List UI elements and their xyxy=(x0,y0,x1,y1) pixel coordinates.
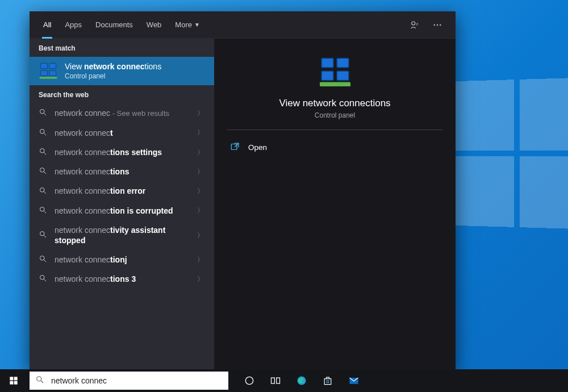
chevron-right-icon: 〉 xyxy=(197,231,206,240)
web-result-label: network connections xyxy=(55,166,190,177)
section-web-header: Search the web xyxy=(30,85,214,103)
search-icon xyxy=(39,108,48,118)
web-result-label: network connection is corrupted xyxy=(55,206,190,216)
web-result[interactable]: network connec - See web results〉 xyxy=(30,103,214,123)
best-match-result[interactable]: View network connections Control panel xyxy=(30,57,214,85)
svg-rect-6 xyxy=(40,70,47,76)
search-icon xyxy=(39,274,48,284)
search-filter-tabs: All Apps Documents Web More ▼ xyxy=(30,11,456,39)
svg-line-20 xyxy=(44,211,46,213)
taskbar-store[interactable] xyxy=(315,369,341,392)
web-result-label: network connection error xyxy=(55,186,190,196)
feedback-icon[interactable] xyxy=(403,11,426,39)
svg-rect-41 xyxy=(277,378,280,383)
svg-point-13 xyxy=(40,149,45,153)
web-result[interactable]: network connections 3〉 xyxy=(30,269,214,289)
svg-rect-40 xyxy=(272,378,275,383)
search-icon xyxy=(39,230,48,240)
svg-line-22 xyxy=(44,235,46,237)
svg-point-0 xyxy=(412,22,415,25)
chevron-right-icon: 〉 xyxy=(197,206,206,215)
search-icon xyxy=(39,255,48,265)
web-result[interactable]: network connection error〉 xyxy=(30,181,214,201)
start-button[interactable] xyxy=(0,369,27,392)
svg-line-24 xyxy=(44,260,46,262)
web-result[interactable]: network connections settings〉 xyxy=(30,143,214,162)
svg-line-16 xyxy=(44,172,46,174)
preview-network-connections-icon xyxy=(318,56,352,90)
action-open-label: Open xyxy=(248,143,267,152)
svg-point-17 xyxy=(40,187,45,192)
svg-rect-35 xyxy=(10,381,13,385)
section-best-match-header: Best match xyxy=(30,39,214,57)
tab-all[interactable]: All xyxy=(36,11,58,39)
svg-point-25 xyxy=(40,276,45,280)
chevron-right-icon: 〉 xyxy=(197,186,206,196)
taskbar xyxy=(0,369,568,392)
taskbar-task-view[interactable] xyxy=(262,369,289,392)
svg-point-1 xyxy=(434,24,435,25)
best-match-title-suffix: tions xyxy=(145,62,162,71)
search-icon xyxy=(39,166,48,177)
tab-more-label: More xyxy=(175,20,192,29)
web-result[interactable]: network connection is corrupted〉 xyxy=(30,201,214,220)
svg-rect-33 xyxy=(10,377,13,380)
chevron-right-icon: 〉 xyxy=(197,167,206,177)
web-result-label: network connections settings xyxy=(55,147,190,157)
preview-subtitle: Control panel xyxy=(315,111,355,119)
chevron-right-icon: 〉 xyxy=(197,128,206,137)
svg-rect-28 xyxy=(337,59,349,68)
tab-documents[interactable]: Documents xyxy=(89,11,140,39)
svg-line-38 xyxy=(41,381,43,383)
svg-rect-46 xyxy=(328,382,329,383)
web-result[interactable]: network connect〉 xyxy=(30,123,214,143)
web-result[interactable]: network connectionj〉 xyxy=(30,250,214,269)
svg-rect-32 xyxy=(231,144,237,150)
search-icon xyxy=(39,128,48,138)
best-match-title-prefix: View xyxy=(65,62,84,71)
action-open[interactable]: Open xyxy=(227,136,443,159)
start-search-popup: All Apps Documents Web More ▼ Best match xyxy=(30,11,456,369)
taskbar-edge[interactable] xyxy=(289,369,315,392)
chevron-down-icon: ▼ xyxy=(194,22,200,28)
taskbar-cortana[interactable] xyxy=(236,369,262,392)
svg-point-2 xyxy=(437,24,438,25)
web-result[interactable]: network connections〉 xyxy=(30,162,214,181)
search-icon xyxy=(39,147,48,157)
preview-title: View network connections xyxy=(279,98,390,109)
result-preview-panel: View network connections Control panel O… xyxy=(214,39,456,369)
svg-line-18 xyxy=(44,191,46,194)
svg-rect-8 xyxy=(40,77,57,78)
svg-line-12 xyxy=(44,133,46,135)
svg-point-9 xyxy=(40,110,45,114)
svg-point-21 xyxy=(40,232,45,236)
more-options-icon[interactable] xyxy=(426,11,449,39)
svg-rect-5 xyxy=(49,63,56,68)
search-icon xyxy=(35,375,45,386)
best-match-subtitle: Control panel xyxy=(65,72,161,80)
svg-point-39 xyxy=(245,377,253,384)
svg-rect-44 xyxy=(328,380,329,381)
svg-point-11 xyxy=(40,129,45,134)
taskbar-search-box[interactable] xyxy=(30,372,228,390)
svg-point-37 xyxy=(37,377,41,381)
chevron-right-icon: 〉 xyxy=(197,109,206,118)
chevron-right-icon: 〉 xyxy=(197,274,206,284)
svg-line-14 xyxy=(44,153,46,155)
web-result-label: network connec - See web results xyxy=(55,108,190,119)
svg-rect-31 xyxy=(320,82,350,87)
tab-web[interactable]: Web xyxy=(140,11,169,39)
taskbar-mail[interactable] xyxy=(341,369,367,392)
web-result[interactable]: network connectivity assistant stopped〉 xyxy=(30,220,214,250)
search-icon xyxy=(39,186,48,197)
open-icon xyxy=(230,141,240,153)
taskbar-search-input[interactable] xyxy=(51,376,223,385)
svg-rect-27 xyxy=(321,59,333,68)
svg-line-26 xyxy=(44,280,46,282)
tab-apps[interactable]: Apps xyxy=(58,11,89,39)
tab-more[interactable]: More ▼ xyxy=(168,11,207,39)
best-match-text: View network connections Control panel xyxy=(65,62,161,80)
svg-rect-45 xyxy=(327,382,328,383)
svg-point-15 xyxy=(40,168,45,173)
search-icon xyxy=(39,206,48,216)
